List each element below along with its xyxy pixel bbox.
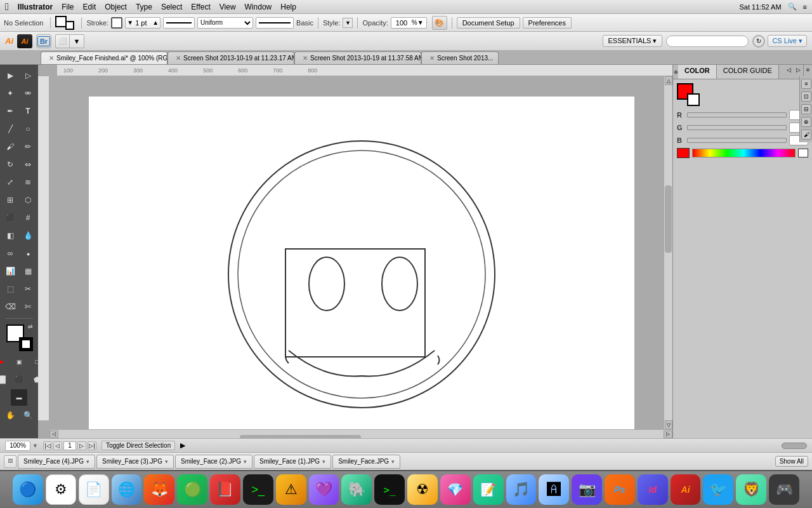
pencil-tool[interactable]: ✏ [20,138,36,155]
status-scrollbar[interactable] [782,443,807,449]
layers-icon[interactable]: ≡ [801,79,811,89]
tab-close-1[interactable]: ✕ [49,55,54,62]
color-guide-tab[interactable]: COLOR GUIDE [717,65,779,79]
show-all-button[interactable]: Show All [775,456,808,467]
dock-photos[interactable]: 📷 [572,474,602,505]
scroll-up-btn[interactable]: △ [665,76,672,85]
preferences-button[interactable]: Preferences [523,17,572,29]
dock-game[interactable]: 💎 [440,474,471,505]
first-page-btn[interactable]: |◁ [43,441,52,450]
panel-collapse-icon[interactable]: ◆ [673,65,678,79]
rotate-tool[interactable]: ↻ [2,156,18,173]
tab-close-4[interactable]: ✕ [429,55,435,62]
paintbrush-tool[interactable]: 🖌 [2,138,18,155]
menubar-list-icon[interactable]: ≡ [803,3,807,11]
dock-terminal2[interactable]: >_ [374,474,405,505]
stroke-weight-input[interactable]: 1 pt [133,17,152,29]
file-tab-arrow-4[interactable]: ▾ [322,458,325,465]
dock-chrome[interactable]: 🟢 [177,474,207,505]
scroll-down-btn[interactable]: ▽ [665,420,672,429]
align-icon[interactable]: ⊟ [801,104,811,114]
file-thumb-1[interactable]: 🖼 [4,455,16,468]
dock-ps[interactable]: Ps [605,474,635,505]
fg-bg-panel[interactable] [677,83,700,106]
swap-colors[interactable]: ⇄ [28,323,33,330]
shape-builder-tool[interactable]: ⬡ [20,192,36,208]
pathfinder-icon[interactable]: ⊕ [801,117,811,127]
next-page-btn[interactable]: ▷ [77,441,86,450]
menu-illustrator[interactable]: Illustrator [18,3,53,11]
dock-appstore[interactable]: 🅰 [539,474,569,505]
tab-screenshot-3[interactable]: ✕ Screen Shot 2013... [421,51,499,64]
menu-file[interactable]: File [62,3,74,11]
scroll-track-v[interactable] [664,85,672,420]
column-graph-tool[interactable]: 📊 [2,263,18,279]
file-tab-3[interactable]: Smiley_Face (2).JPG ▾ [175,455,252,469]
color-spectrum[interactable] [692,149,796,157]
dock-notes[interactable]: 📝 [473,474,504,505]
tab-smiley-finished[interactable]: ✕ Smiley_Face Finished.ai* @ 100% (RGB/P… [41,51,167,64]
blend-tool[interactable]: ∞ [2,245,18,262]
view-mode-2[interactable]: ⬛ [11,371,27,388]
selection-tool[interactable]: ▶ [2,67,18,84]
stroke-color-picker[interactable] [111,17,122,29]
menu-window[interactable]: Window [245,3,272,11]
live-paint-tool[interactable]: ⬥ [20,245,36,262]
mesh-tool[interactable]: # [20,210,36,226]
eraser-tool[interactable]: ⌫ [2,298,18,315]
color-tab[interactable]: COLOR [678,65,717,79]
file-tab-arrow-2[interactable]: ▾ [165,458,168,465]
dock-settings[interactable]: ⚙ [46,474,76,505]
dock-caution[interactable]: ⚠ [276,474,306,505]
type-tool[interactable]: T [20,103,36,119]
menu-help[interactable]: Help [280,3,296,11]
opacity-input[interactable] [394,17,412,29]
dock-music[interactable]: 🎵 [506,474,537,505]
free-transform-tool[interactable]: ⊞ [2,192,18,208]
file-tab-4[interactable]: Smiley_Face (1).JPG ▾ [254,455,331,469]
scroll-left-btn[interactable]: ◁ [49,431,58,438]
search-input[interactable] [666,36,749,47]
tab-screenshot-2[interactable]: ✕ Screen Shot 2013-10-19 at 11.37.58 AM.… [294,51,421,64]
fill-stroke-indicator[interactable] [55,16,74,30]
dock-browser[interactable]: 🌐 [112,474,142,505]
scissors-tool[interactable]: ✄ [20,298,36,315]
dock-app2[interactable]: 🦁 [736,474,766,505]
color-preview[interactable] [677,148,690,158]
zoom-input[interactable] [5,441,30,451]
uniform-select[interactable]: Uniform Width Profile 1 [197,17,253,29]
menu-edit[interactable]: Edit [83,3,96,11]
bar-graph-tool[interactable]: ▦ [20,263,36,279]
tab-close-3[interactable]: ✕ [303,55,308,62]
dock-finder[interactable]: 🔵 [13,474,43,505]
hand-tool[interactable]: ✋ [2,407,18,424]
line-tool[interactable]: ╱ [2,121,18,137]
dock-id[interactable]: Id [638,474,668,505]
none-swatch[interactable] [798,149,808,157]
apple-menu[interactable]:  [5,1,9,13]
dock-twitter[interactable]: 🐦 [703,474,733,505]
dock-app3[interactable]: 🎮 [769,474,799,505]
magic-wand-tool[interactable]: ✦ [2,85,18,102]
document-setup-button[interactable]: Document Setup [457,17,520,29]
perspective-tool[interactable]: ⬛ [2,210,18,226]
essentials-button[interactable]: ESSENTIALS ▾ [603,35,663,47]
recolor-button[interactable]: 🎨 [432,16,447,30]
toggle-direct-selection-btn[interactable]: Toggle Direct Selection [102,441,175,450]
file-tab-5[interactable]: Smiley_Face.JPG ▾ [332,455,400,469]
red-slider[interactable] [687,112,787,117]
view-options[interactable]: ⬜ ▼ [55,34,84,48]
gradient-mode-btn[interactable]: ▣ [11,354,27,370]
dock-app1[interactable]: 💜 [309,474,339,505]
stroke-indicator[interactable] [19,337,33,351]
dock-word[interactable]: 📕 [210,474,240,505]
color-indicator[interactable]: ⇄ [5,323,33,351]
reflect-tool[interactable]: ⇔ [20,156,36,173]
dock-ai2[interactable]: Ai [671,474,701,505]
opacity-control[interactable]: % ▼ [391,17,427,29]
panel-arrow-left[interactable]: ◁ [784,65,794,79]
scroll-thumb-v[interactable] [665,185,672,253]
zoom-tool[interactable]: 🔍 [20,407,36,424]
vertical-scrollbar[interactable]: △ ▽ [664,76,672,429]
style-picker[interactable]: ▼ [343,18,353,28]
